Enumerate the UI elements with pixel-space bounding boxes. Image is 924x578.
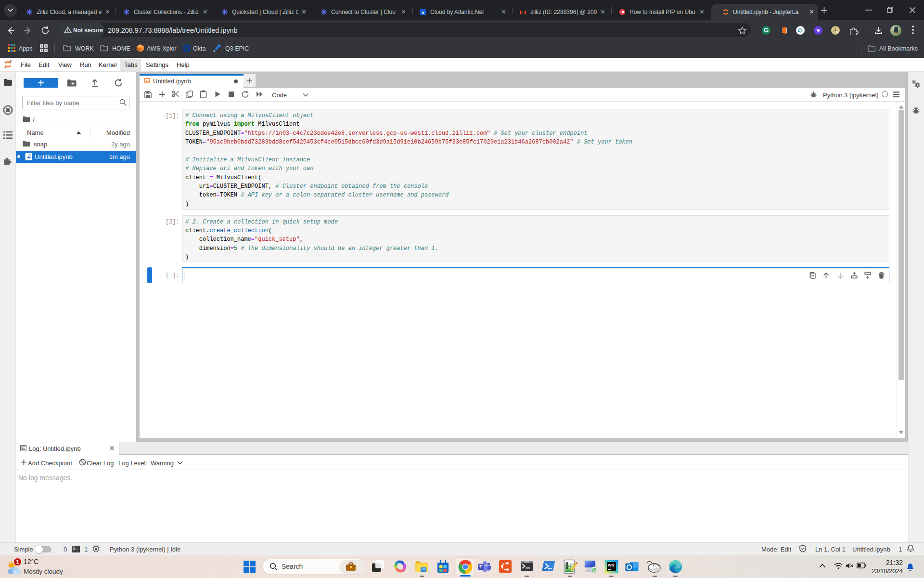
svg-text:a: a bbox=[422, 9, 424, 14]
svg-text:WS: WS bbox=[608, 563, 615, 567]
